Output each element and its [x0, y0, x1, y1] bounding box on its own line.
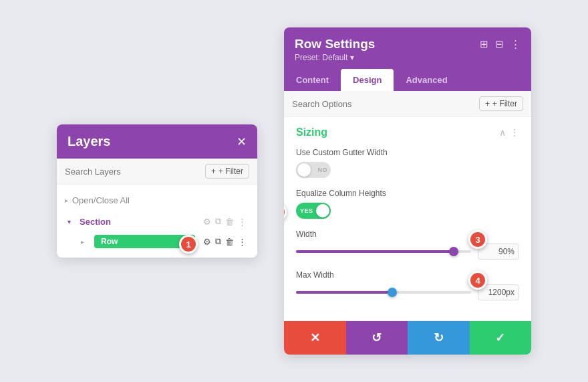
layer-section: ▾ Section ⚙ ⧉ 🗑 ⋮ ▸ Row 1: [65, 212, 249, 251]
row-settings-panel: Row Settings ⊞ ⊟ ⋮ Preset: Default ▾ Con…: [284, 27, 531, 355]
row-delete-icon[interactable]: 🗑: [225, 237, 234, 247]
rs-footer: ✕ ↺ ↻ ✓: [284, 320, 531, 355]
section-row: ▾ Section ⚙ ⧉ 🗑 ⋮: [65, 212, 249, 231]
section-expand-arrow[interactable]: ▾: [67, 218, 77, 225]
filter-plus-icon: +: [211, 167, 216, 176]
rs-preset-arrow: ▾: [350, 53, 354, 62]
section-label: Section: [80, 217, 200, 227]
width-slider-fill: [296, 250, 454, 253]
equalize-label: Equalize Column Heights: [296, 189, 519, 198]
max-width-slider-fill: [296, 291, 392, 294]
redo-icon: ↻: [434, 330, 444, 345]
section-settings-icon[interactable]: ⚙: [203, 217, 211, 227]
footer-cancel-button[interactable]: ✕: [284, 321, 346, 355]
open-close-arrow-icon: ▸: [65, 197, 68, 204]
max-width-slider-track[interactable]: [296, 291, 471, 294]
cancel-icon: ✕: [310, 330, 320, 345]
footer-redo-button[interactable]: ↻: [408, 321, 470, 355]
row-duplicate-icon[interactable]: ⧉: [215, 236, 221, 247]
sizing-collapse-icon[interactable]: ∧: [499, 127, 506, 138]
width-slider-wrapper: 3: [296, 244, 519, 260]
rs-title-row: Row Settings ⊞ ⊟ ⋮: [295, 37, 521, 52]
equalize-toggle-label: YES: [300, 207, 313, 214]
sizing-more-icon[interactable]: ⋮: [510, 127, 519, 138]
tab-advanced-label: Advanced: [406, 75, 447, 85]
sizing-section-header: Sizing ∧ ⋮: [296, 126, 519, 138]
filter-label: + Filter: [218, 167, 243, 176]
rs-body: Sizing ∧ ⋮ Use Custom Gutter Width NO: [284, 117, 531, 320]
annotation-4: 4: [468, 271, 487, 290]
tab-content-area: + + Filter Sizing ∧ ⋮ Use Custom Gutter …: [284, 91, 531, 320]
footer-undo-button[interactable]: ↺: [346, 321, 408, 355]
tab-design-label: Design: [353, 75, 382, 85]
layers-close-icon[interactable]: ✕: [237, 134, 247, 149]
annotation-2: 2: [284, 203, 287, 221]
undo-icon: ↺: [372, 330, 382, 345]
rs-filter-button[interactable]: + + Filter: [479, 96, 523, 111]
row-expand-arrow[interactable]: ▸: [81, 238, 90, 246]
section-duplicate-icon[interactable]: ⧉: [215, 216, 221, 227]
custom-gutter-group: Use Custom Gutter Width NO: [296, 148, 519, 178]
rs-filter-label: + Filter: [492, 99, 517, 108]
equalize-knob: [316, 204, 329, 217]
equalize-group: Equalize Column Heights 2 YES: [296, 189, 519, 219]
custom-gutter-knob: [297, 163, 311, 177]
layers-panel: Layers ✕ + + Filter ▸ Open/Close All ▾ S…: [57, 124, 257, 258]
rs-preset[interactable]: Preset: Default ▾: [295, 53, 521, 62]
max-width-slider-thumb[interactable]: [388, 288, 397, 297]
row-icon-group: ⚙ ⧉ 🗑 ⋮: [203, 236, 247, 247]
layers-body: ▸ Open/Close All ▾ Section ⚙ ⧉ 🗑 ⋮ ▸ Row: [57, 185, 257, 258]
width-slider-thumb[interactable]: [449, 247, 458, 256]
row-layer-item: ▸ Row 1 ⚙ ⧉ 🗑 ⋮: [78, 232, 249, 251]
annotation-1: 1: [179, 235, 198, 254]
layers-header: Layers ✕: [57, 124, 257, 159]
tab-content[interactable]: Content: [284, 69, 341, 91]
row-label: Row: [101, 237, 118, 246]
max-width-slider-wrapper: 4: [296, 284, 519, 300]
tab-content-label: Content: [296, 75, 329, 85]
width-group: Width 3: [296, 229, 519, 260]
custom-gutter-toggle-label: NO: [318, 167, 328, 173]
sizing-section-icons: ∧ ⋮: [499, 127, 519, 138]
rs-tabs: Content Design Advanced: [284, 69, 531, 91]
row-settings-icon[interactable]: ⚙: [203, 237, 211, 247]
row-badge[interactable]: Row 1: [94, 235, 195, 248]
footer-confirm-button[interactable]: ✓: [470, 321, 532, 355]
layers-title: Layers: [67, 134, 111, 149]
layers-search-input[interactable]: [65, 167, 205, 177]
section-icon-group: ⚙ ⧉ 🗑 ⋮: [203, 216, 247, 227]
custom-gutter-label: Use Custom Gutter Width: [296, 148, 519, 157]
rs-search-input[interactable]: [292, 99, 479, 109]
rs-header-icons: ⊞ ⊟ ⋮: [480, 38, 521, 50]
custom-gutter-toggle-wrapper: NO: [296, 162, 519, 178]
tab-design[interactable]: Design: [341, 69, 394, 91]
rs-icon-split[interactable]: ⊟: [495, 38, 504, 50]
rs-icon-more[interactable]: ⋮: [510, 38, 521, 50]
section-delete-icon[interactable]: 🗑: [225, 217, 234, 227]
equalize-toggle[interactable]: YES: [296, 203, 331, 219]
width-slider-track[interactable]: [296, 250, 471, 253]
rs-filter-plus-icon: +: [485, 99, 490, 108]
open-close-label: Open/Close All: [72, 195, 130, 205]
section-more-icon[interactable]: ⋮: [238, 217, 247, 227]
layers-search-bar: + + Filter: [57, 159, 257, 185]
confirm-icon: ✓: [495, 330, 505, 345]
rs-header: Row Settings ⊞ ⊟ ⋮ Preset: Default ▾: [284, 27, 531, 69]
equalize-toggle-wrapper: 2 YES: [296, 203, 519, 219]
rs-icon-grid[interactable]: ⊞: [480, 38, 488, 50]
max-width-group: Max Width 4: [296, 270, 519, 300]
rs-search-bar: + + Filter: [284, 91, 531, 117]
rs-preset-label: Preset: Default: [295, 53, 347, 62]
tab-advanced[interactable]: Advanced: [394, 69, 459, 91]
row-more-icon[interactable]: ⋮: [238, 237, 247, 247]
annotation-3: 3: [468, 230, 487, 249]
rs-title: Row Settings: [295, 37, 375, 52]
sizing-heading: Sizing: [296, 126, 327, 138]
open-close-all[interactable]: ▸ Open/Close All: [65, 191, 249, 209]
custom-gutter-toggle[interactable]: NO: [296, 162, 331, 178]
layers-filter-button[interactable]: + + Filter: [205, 164, 249, 179]
